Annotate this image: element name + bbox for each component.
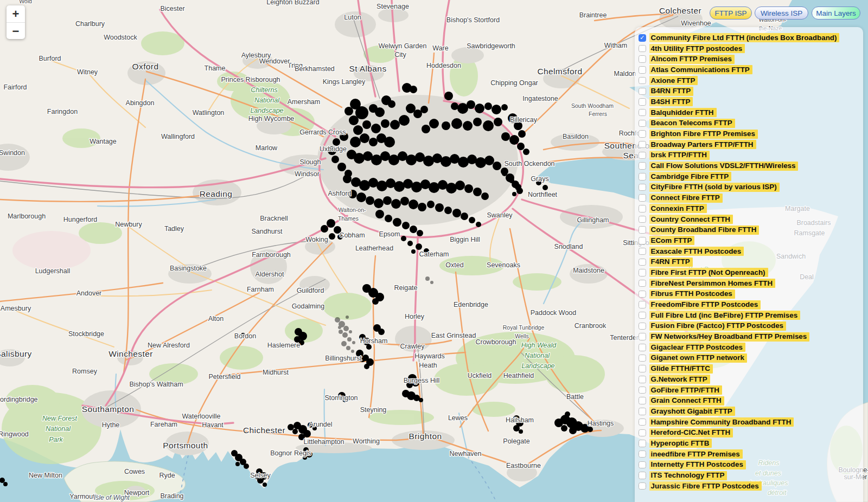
layer-item[interactable]: Balquhidder FTTH	[639, 107, 861, 118]
tab-wireless-isp[interactable]: Wireless ISP	[755, 7, 808, 20]
unchecked-checkbox-icon[interactable]	[639, 365, 646, 372]
checked-checkbox-icon[interactable]: ✓	[639, 34, 646, 42]
unchecked-checkbox-icon[interactable]	[639, 152, 646, 159]
unchecked-checkbox-icon[interactable]	[639, 173, 646, 181]
unchecked-checkbox-icon[interactable]	[639, 237, 646, 244]
coverage-dot	[288, 424, 294, 430]
unchecked-checkbox-icon[interactable]	[639, 66, 646, 74]
layer-item[interactable]: Full Fibre Ltd (inc BeFibre) FTTP Premis…	[639, 310, 861, 321]
unchecked-checkbox-icon[interactable]	[639, 184, 646, 191]
layer-item[interactable]: ✓Community Fibre Ltd FTTH (includes Box …	[639, 33, 861, 43]
unchecked-checkbox-icon[interactable]	[639, 45, 646, 53]
layer-item[interactable]: Connect Fibre FTTP	[639, 192, 861, 203]
unchecked-checkbox-icon[interactable]	[639, 259, 646, 266]
unchecked-checkbox-icon[interactable]	[639, 376, 646, 383]
unchecked-checkbox-icon[interactable]	[639, 55, 646, 63]
unchecked-checkbox-icon[interactable]	[639, 387, 646, 394]
unchecked-checkbox-icon[interactable]	[639, 344, 646, 351]
layer-item[interactable]: Internetty FTTH Postcodes	[639, 460, 861, 471]
unchecked-checkbox-icon[interactable]	[639, 248, 646, 255]
layer-item[interactable]: Grain Connect FTTH	[639, 395, 861, 406]
unchecked-checkbox-icon[interactable]	[639, 429, 646, 437]
unchecked-checkbox-icon[interactable]	[639, 216, 646, 223]
map-label: Bishop's Stortford	[446, 16, 500, 24]
layer-item[interactable]: Glide FTTH/FTTC	[639, 363, 861, 374]
layer-item[interactable]: ECom FTTP	[639, 235, 861, 246]
unchecked-checkbox-icon[interactable]	[639, 280, 646, 287]
layer-item[interactable]: Broadway Parters FTTP/FTTH	[639, 139, 861, 150]
layer-item[interactable]: Hereford-CIC.Net FTTH	[639, 427, 861, 438]
unchecked-checkbox-icon[interactable]	[639, 419, 646, 426]
layer-item[interactable]: Axione FTTP	[639, 75, 861, 86]
layer-item[interactable]: brsk FTTP/FTTH	[639, 150, 861, 161]
unchecked-checkbox-icon[interactable]	[639, 226, 646, 234]
tab-fttp-isp[interactable]: FTTP ISP	[710, 7, 752, 20]
unchecked-checkbox-icon[interactable]	[639, 162, 646, 170]
layer-item[interactable]: Grayshott Gigabit FTTP	[639, 406, 861, 417]
layer-item[interactable]: Hampshire Community Broadband FTTH	[639, 417, 861, 428]
unchecked-checkbox-icon[interactable]	[639, 461, 646, 469]
layer-item[interactable]: Atlas Communications FTTP	[639, 65, 861, 75]
unchecked-checkbox-icon[interactable]	[639, 333, 646, 340]
unchecked-checkbox-icon[interactable]	[639, 109, 646, 117]
layer-item[interactable]: Connexin FTTP	[639, 203, 861, 214]
layer-item[interactable]: ineedfibre FTTP Premises	[639, 449, 861, 460]
layer-item[interactable]: ITS Technology FTTP	[639, 470, 861, 481]
layer-item[interactable]: 4th Utility FTTP postcodes	[639, 43, 861, 54]
layer-item[interactable]: FibreNest Persimmon Homes FTTH	[639, 278, 861, 289]
zoom-in-button[interactable]: +	[7, 5, 25, 23]
layer-item[interactable]: Fusion Fibre (Factco) FTTP Postcodes	[639, 321, 861, 332]
layer-item[interactable]: B4RN FTTP	[639, 86, 861, 96]
unchecked-checkbox-icon[interactable]	[639, 355, 646, 362]
layer-item[interactable]: FW Networks/Hey Broadband FTTP Premises	[639, 331, 861, 342]
layer-label: Internetty FTTH Postcodes	[649, 460, 746, 469]
coverage-dot	[423, 156, 434, 166]
zoom-out-button[interactable]: −	[7, 23, 25, 39]
layer-item[interactable]: Gigaclear FTTP Postcodes	[639, 342, 861, 353]
unchecked-checkbox-icon[interactable]	[639, 440, 646, 447]
unchecked-checkbox-icon[interactable]	[639, 269, 646, 276]
unchecked-checkbox-icon[interactable]	[639, 98, 646, 106]
layer-item[interactable]: Jurassic Fibre FTTP Postcodes	[639, 481, 861, 492]
layer-item[interactable]: CityFibre FTTH (sold by various ISP)	[639, 182, 861, 193]
unchecked-checkbox-icon[interactable]	[639, 301, 646, 308]
unchecked-checkbox-icon[interactable]	[639, 312, 646, 319]
unchecked-checkbox-icon[interactable]	[639, 120, 646, 127]
layer-item[interactable]: F4RN FTTP	[639, 256, 861, 267]
unchecked-checkbox-icon[interactable]	[639, 194, 646, 202]
layer-item[interactable]: Alncom FTTP Premises	[639, 54, 861, 65]
unchecked-checkbox-icon[interactable]	[639, 130, 646, 138]
unchecked-checkbox-icon[interactable]	[639, 323, 646, 330]
map-label: Watlington	[193, 109, 225, 117]
layer-item[interactable]: B4SH FTTP	[639, 96, 861, 107]
layer-item[interactable]: Giganet own FTTP network	[639, 353, 861, 364]
layer-item[interactable]: G.Network FTTP	[639, 374, 861, 385]
layer-item[interactable]: GoFibre FTTP/FTTH	[639, 385, 861, 396]
unchecked-checkbox-icon[interactable]	[639, 88, 646, 95]
layer-item[interactable]: County Broadband Fibre FTTH	[639, 224, 861, 235]
unchecked-checkbox-icon[interactable]	[639, 482, 646, 490]
layer-item[interactable]: Exascale FTTH Postcodes	[639, 246, 861, 257]
unchecked-checkbox-icon[interactable]	[639, 291, 646, 298]
layer-item[interactable]: Beacon Telecoms FTTP	[639, 118, 861, 129]
layer-item[interactable]: Fibre First FTTP (Not Openreach)	[639, 267, 861, 278]
layer-item[interactable]: Hyperoptic FTTB	[639, 438, 861, 449]
unchecked-checkbox-icon[interactable]	[639, 77, 646, 85]
coverage-dot	[263, 482, 267, 487]
unchecked-checkbox-icon[interactable]	[639, 205, 646, 213]
layer-item[interactable]: Brighton Fibre FTTP Premises	[639, 128, 861, 139]
unchecked-checkbox-icon[interactable]	[639, 408, 646, 415]
unchecked-checkbox-icon[interactable]	[639, 450, 646, 458]
layer-item[interactable]: Call Flow Solutions VDSL2/FTTH/Wireless	[639, 160, 861, 171]
unchecked-checkbox-icon[interactable]	[639, 472, 646, 479]
layer-item[interactable]: Country Connect FTTH	[639, 214, 861, 225]
layer-item[interactable]: Fibrus FTTH Postcodes	[639, 289, 861, 300]
tab-main-layers[interactable]: Main Layers	[812, 7, 860, 20]
unchecked-checkbox-icon[interactable]	[639, 141, 646, 149]
coverage-dot	[375, 210, 384, 218]
unchecked-checkbox-icon[interactable]	[639, 397, 646, 404]
coverage-dot	[343, 326, 349, 331]
coverage-dot	[343, 175, 352, 183]
layer-item[interactable]: FreedomFibre FTTP Postcodes	[639, 299, 861, 310]
layer-item[interactable]: Cambridge Fibre FTTP	[639, 171, 861, 182]
